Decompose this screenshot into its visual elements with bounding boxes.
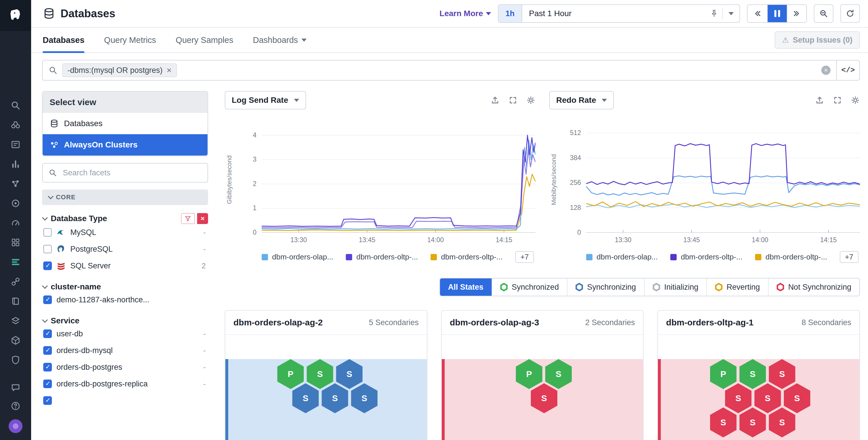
select-view-header[interactable]: Select view [43, 92, 208, 113]
state-filter-not-synchronizing[interactable]: Not Synchronizing [768, 278, 859, 296]
cluster-name[interactable]: dbm-orders-oltp-ag-1 [666, 317, 753, 328]
secondary-replica-hexagon[interactable]: S [740, 407, 766, 437]
support-chat-icon[interactable] [10, 382, 21, 393]
secondary-replica-hexagon[interactable]: S [321, 383, 348, 413]
cluster-name[interactable]: dbm-orders-olap-ag-2 [234, 317, 323, 328]
metric-selector-dropdown[interactable]: Redo Rate [549, 91, 614, 109]
state-filter-initializing[interactable]: Initializing [644, 278, 707, 296]
fast-forward-button[interactable] [787, 5, 806, 22]
state-filter-synchronized[interactable]: Synchronized [492, 278, 567, 296]
datadog-logo[interactable] [0, 0, 31, 31]
search-icon[interactable] [10, 100, 21, 110]
state-filter-reverting[interactable]: Reverting [706, 278, 768, 296]
facet-group-header[interactable]: cluster-name [42, 282, 208, 292]
facet-group-header[interactable]: Service [42, 316, 208, 326]
notebooks-icon[interactable] [10, 296, 21, 306]
view-item-databases[interactable]: Databases [43, 113, 208, 134]
facet-search-input[interactable] [62, 168, 202, 178]
filter-funnel-button[interactable] [181, 213, 195, 224]
pin-icon[interactable] [710, 9, 719, 18]
zoom-out-button[interactable] [814, 4, 833, 23]
state-filter-synchronizing[interactable]: Synchronizing [567, 278, 644, 296]
remove-tag-icon[interactable]: × [166, 66, 172, 75]
bits-assistant-avatar[interactable] [9, 419, 23, 433]
tab-databases[interactable]: Databases [43, 28, 85, 53]
ci-pipelines-icon[interactable] [10, 276, 21, 287]
view-item-alwayson-clusters[interactable]: AlwaysOn Clusters [43, 134, 208, 156]
chevron-down-icon[interactable] [723, 12, 740, 15]
cluster-card-dbm-orders-oltp-ag-1[interactable]: dbm-orders-oltp-ag-1 8 Secondaries PSSSS… [657, 310, 860, 440]
tab-dashboards[interactable]: Dashboards [253, 28, 306, 53]
secondary-replica-hexagon[interactable]: S [292, 383, 319, 413]
legend-item[interactable]: dbm-orders-oltp-... [670, 252, 742, 262]
legend-item[interactable]: dbm-orders-olap... [586, 252, 658, 262]
legend-item[interactable]: dbm-orders-oltp-... [755, 252, 827, 262]
facet-item-mysql[interactable]: MySQL - [42, 224, 208, 241]
legend-more-button[interactable]: +7 [515, 251, 534, 263]
event-stream-icon[interactable] [10, 139, 21, 150]
export-icon[interactable] [815, 96, 824, 105]
facet-item-orders-db-postgres[interactable]: orders-db-postgres - [42, 359, 208, 375]
checkbox-checked[interactable] [43, 296, 52, 304]
checkbox-checked[interactable] [43, 262, 52, 270]
facet-search-box[interactable] [42, 163, 208, 182]
integrations-icon[interactable] [10, 237, 21, 248]
timeseries-plot[interactable]: Gibibytes/second 0123413:3013:4514:0014:… [262, 127, 535, 233]
facet-item-orders-db-mysql[interactable]: orders-db-mysql - [42, 342, 208, 359]
checkbox-checked[interactable] [43, 396, 52, 405]
facet-item-sql-server[interactable]: SQL Server 2 [42, 258, 208, 274]
settings-gear-icon[interactable] [526, 96, 535, 105]
facet-item-orders-db-postgres-replica[interactable]: orders-db-postgres-replica - [42, 375, 208, 392]
secondary-replica-hexagon[interactable]: S [710, 407, 737, 437]
checkbox-checked[interactable] [43, 346, 52, 355]
learn-more-dropdown[interactable]: Learn More [439, 9, 491, 18]
metric-selector-dropdown[interactable]: Log Send Rate [225, 91, 306, 109]
log-management-icon[interactable] [10, 315, 21, 326]
refresh-button[interactable] [840, 4, 860, 23]
watchdog-icon[interactable] [10, 120, 21, 130]
checkbox-checked[interactable] [43, 379, 52, 388]
secondary-replica-hexagon[interactable]: S [531, 383, 557, 413]
time-range-selector[interactable]: 1h Past 1 Hour [498, 4, 740, 23]
time-range-shortcut[interactable]: 1h [499, 5, 522, 22]
setup-issues-button[interactable]: ⚠ Setup Issues (0) [775, 31, 860, 49]
pause-button[interactable] [767, 5, 787, 22]
service-map-icon[interactable] [10, 198, 21, 208]
settings-gear-icon[interactable] [851, 96, 860, 105]
secondary-replica-hexagon[interactable]: S [769, 407, 795, 437]
timeseries-plot[interactable]: Mebibytes/second 012825638451213:3013:45… [586, 127, 860, 233]
checkbox-checked[interactable] [43, 330, 52, 338]
facet-item-partial[interactable] [42, 392, 208, 409]
query-search-bar[interactable]: -dbms:(mysql OR postgres) × × </> [42, 60, 860, 81]
legend-item[interactable]: dbm-orders-oltp-... [346, 252, 418, 262]
query-filter-tag[interactable]: -dbms:(mysql OR postgres) × [62, 63, 177, 77]
security-icon[interactable] [10, 355, 21, 365]
database-monitoring-icon[interactable] [10, 257, 21, 267]
legend-item[interactable]: dbm-orders-oltp-... [431, 252, 503, 262]
core-section-header[interactable]: CORE [42, 190, 208, 205]
checkbox-checked[interactable] [43, 363, 52, 371]
checkbox-unchecked[interactable] [43, 245, 52, 253]
export-icon[interactable] [491, 96, 500, 105]
apm-traces-icon[interactable] [10, 178, 21, 189]
cluster-name[interactable]: dbm-orders-olap-ag-3 [450, 317, 539, 328]
facet-group-header[interactable]: Database Type × [42, 213, 208, 224]
legend-more-button[interactable]: +7 [840, 251, 859, 263]
metrics-icon[interactable] [10, 159, 21, 169]
code-view-toggle[interactable]: </> [836, 61, 859, 80]
cluster-card-dbm-orders-olap-ag-2[interactable]: dbm-orders-olap-ag-2 5 Secondaries PSSSS… [225, 310, 427, 440]
facet-item-user-db[interactable]: user-db - [42, 326, 208, 342]
monitors-icon[interactable] [10, 218, 21, 228]
expand-icon[interactable] [833, 96, 842, 105]
clear-search-icon[interactable]: × [821, 66, 831, 75]
facet-item-cluster-name[interactable]: demo-11287-aks-northce... [42, 292, 208, 308]
facet-item-postgresql[interactable]: PostgreSQL - [42, 241, 208, 258]
help-icon[interactable] [10, 401, 21, 411]
tab-query-samples[interactable]: Query Samples [176, 28, 234, 53]
infrastructure-icon[interactable] [10, 335, 21, 345]
cluster-card-dbm-orders-olap-ag-3[interactable]: dbm-orders-olap-ag-3 2 Secondaries PSS [441, 310, 644, 440]
tab-query-metrics[interactable]: Query Metrics [104, 28, 156, 53]
secondary-replica-hexagon[interactable]: S [351, 383, 377, 413]
state-filter-all-states[interactable]: All States [440, 278, 492, 296]
checkbox-unchecked[interactable] [43, 228, 52, 237]
